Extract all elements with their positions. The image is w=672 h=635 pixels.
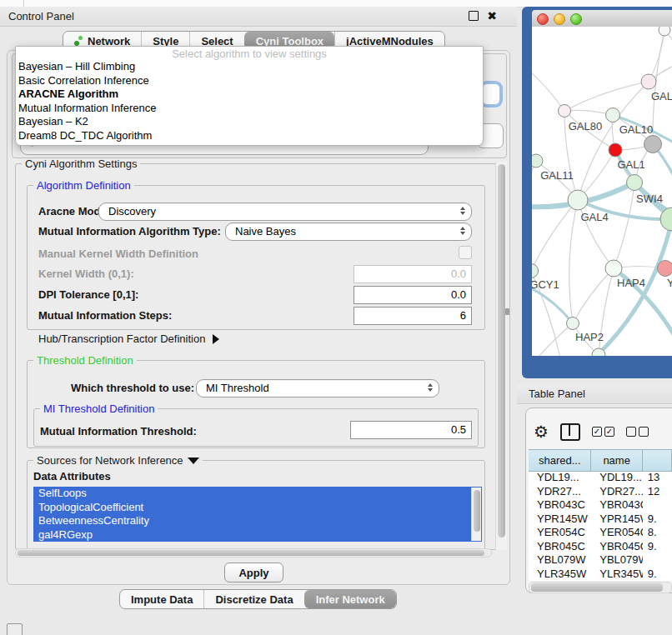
select-all-columns-icon[interactable]: ✓✓ — [592, 427, 614, 437]
algorithm-option[interactable]: Bayesian – K2 — [16, 115, 483, 129]
table-cell: YDL19... — [591, 471, 643, 485]
tab-impute-data[interactable]: Impute Data — [120, 590, 203, 608]
table-row[interactable]: YBR045CYBR045C9. — [529, 540, 672, 554]
deselect-all-columns-icon[interactable] — [626, 427, 649, 437]
show-columns-icon[interactable] — [560, 423, 580, 441]
algorithm-option[interactable]: Dream8 DC_TDC Algorithm — [16, 129, 483, 143]
list-vertical-scrollbar[interactable] — [471, 488, 481, 541]
network-node-gal10[interactable] — [606, 108, 620, 122]
which-threshold-select[interactable]: MI Threshold — [196, 379, 439, 398]
table-row[interactable]: YDR27...YDR27...12 — [529, 485, 672, 499]
table-cell: YDL19... — [529, 471, 591, 485]
network-node-hap2[interactable] — [567, 318, 579, 330]
kernel-width-value: 0.0 — [451, 268, 466, 280]
settings-vertical-scrollbar[interactable] — [495, 162, 507, 550]
float-panel-icon[interactable] — [469, 11, 479, 21]
network-node-y[interactable] — [658, 261, 672, 277]
table-cell: YDR27... — [591, 485, 643, 499]
settings-horizontal-scrollbar[interactable] — [15, 548, 492, 558]
network-edge[interactable] — [569, 200, 578, 323]
network-node-gal1[interactable] — [609, 143, 622, 157]
algorithm-option[interactable]: ARACNE Algorithm — [16, 88, 483, 102]
network-edge[interactable] — [653, 30, 664, 144]
mi-threshold-field[interactable]: 0.5 — [350, 421, 472, 439]
apply-button[interactable]: Apply — [224, 562, 283, 582]
tab-label: Infer Network — [316, 593, 385, 606]
table-cell: YBL079W — [529, 553, 591, 568]
expander-down-icon[interactable] — [188, 458, 199, 464]
kernel-width-field[interactable]: 0.0 — [354, 265, 472, 283]
attribute-list-item[interactable]: BetweennessCentrality — [33, 514, 482, 528]
network-node[interactable] — [644, 136, 662, 153]
network-node-gal[interactable] — [641, 74, 656, 89]
node-label: GCY1 — [532, 278, 559, 291]
attribute-list-item[interactable]: gal4RGexp — [33, 528, 482, 542]
table-panel-titlebar: Table Panel — [517, 384, 672, 404]
network-edge[interactable] — [532, 200, 578, 271]
network-node-hap4[interactable] — [605, 260, 622, 277]
network-node[interactable] — [659, 27, 670, 36]
splitter-handle[interactable] — [505, 308, 509, 315]
mi-type-select[interactable]: Naive Bayes — [225, 222, 472, 241]
table-row[interactable]: YBR043CYBR043C — [529, 498, 672, 512]
network-window-titlebar[interactable] — [532, 10, 672, 28]
tab-infer-network[interactable]: Infer Network — [304, 590, 396, 608]
table-cell: YBR043C — [591, 498, 643, 512]
table-cell: YLR345W — [591, 568, 643, 582]
tab-discretize-data[interactable]: Discretize Data — [203, 590, 303, 608]
attribute-list-item[interactable]: TopologicalCoefficient — [33, 501, 482, 515]
close-window-icon[interactable] — [537, 13, 549, 25]
table-row[interactable]: YER054CYER054C8. — [529, 526, 672, 540]
gear-icon[interactable]: ⚙ — [534, 423, 549, 440]
network-node-gal4[interactable] — [568, 190, 588, 210]
network-graph[interactable]: GALGAL80GAL10GAL1GAL11SWI4GAL4HAP4YGCY1H… — [532, 27, 672, 356]
network-node-gcy1[interactable] — [532, 264, 539, 278]
table-row[interactable]: YPR145WYPR145W9. — [529, 512, 672, 527]
network-edge[interactable] — [532, 161, 536, 222]
algorithm-option[interactable]: Mutual Information Inference — [16, 102, 483, 116]
expander-right-icon[interactable] — [213, 334, 219, 344]
attribute-list-item[interactable]: SelfLoops — [33, 487, 482, 501]
table-cell: YBL079W — [591, 553, 643, 568]
column-header[interactable]: name — [591, 450, 642, 471]
table-cell: 13 — [643, 471, 672, 485]
aracne-mode-select[interactable]: Discovery — [98, 202, 472, 221]
mi-steps-field[interactable]: 6 — [354, 307, 472, 325]
network-edge[interactable] — [532, 64, 564, 111]
minimize-window-icon[interactable] — [554, 13, 565, 25]
algorithm-option[interactable]: Basic Correlation Inference — [16, 74, 483, 88]
algorithm-option[interactable]: Bayesian – Hill Climbing — [16, 60, 483, 74]
node-label: SWI4 — [636, 192, 663, 205]
network-node-gal80[interactable] — [559, 105, 571, 118]
network-tab-icon — [74, 36, 83, 46]
data-attributes-list[interactable]: SelfLoopsTopologicalCoefficientBetweenne… — [33, 487, 482, 542]
sources-title-row[interactable]: Sources for Network Inference — [33, 455, 203, 466]
dpi-tolerance-field[interactable]: 0.0 — [354, 286, 472, 304]
tab-label: Discretize Data — [215, 593, 293, 606]
table-row[interactable]: YBL079WYBL079W — [529, 553, 672, 568]
manual-kernel-label: Manual Kernel Width Definition — [38, 248, 198, 260]
network-view-canvas[interactable]: GALGAL80GAL10GAL1GAL11SWI4GAL4HAP4YGCY1H… — [532, 27, 672, 356]
column-header[interactable]: shared... — [529, 450, 591, 471]
node-attribute-table[interactable]: shared...name YDL19...YDL19...13YDR27...… — [529, 449, 672, 581]
network-node-swi4[interactable] — [627, 175, 643, 191]
manual-kernel-checkbox[interactable] — [459, 246, 472, 259]
network-node-gal11[interactable] — [532, 154, 543, 168]
table-cell: 8. — [643, 526, 672, 540]
network-edge[interactable] — [614, 182, 634, 268]
table-row[interactable]: YLR345WYLR345W9. — [529, 568, 672, 582]
column-header[interactable] — [643, 450, 672, 471]
zoom-window-icon[interactable] — [570, 13, 582, 25]
close-panel-icon[interactable]: ✖ — [487, 10, 497, 22]
dpi-tolerance-label: DPI Tolerance [0,1]: — [38, 288, 138, 301]
hub-definition-row[interactable]: Hub/Transcription Factor Definition — [38, 332, 219, 345]
network-edge[interactable] — [564, 82, 649, 111]
minimized-panel-icon[interactable] — [7, 623, 23, 635]
table-cell: YDR27... — [529, 485, 591, 499]
table-horizontal-scrollbar[interactable] — [529, 582, 672, 593]
table-row[interactable]: YDL19...YDL19...13 — [529, 471, 672, 485]
table-header-row: shared...name — [529, 449, 672, 472]
focused-button-fragment[interactable] — [482, 83, 500, 105]
table-cell — [643, 553, 672, 568]
table-cell: YBR045C — [591, 540, 643, 554]
